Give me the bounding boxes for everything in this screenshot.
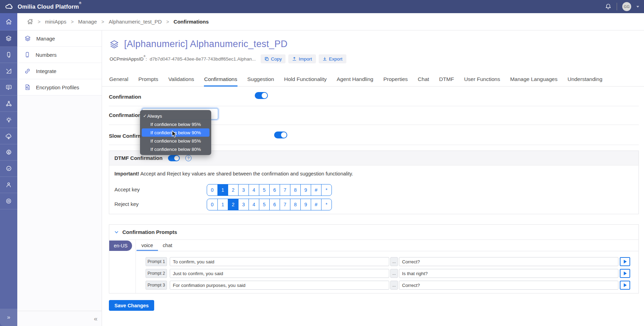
prompt-channel-tabs: voice chat xyxy=(137,241,177,251)
lifebuoy-icon xyxy=(6,198,12,204)
confirmation-toggle[interactable] xyxy=(255,92,268,99)
rail-certify[interactable] xyxy=(0,161,17,177)
sidebar-item-integrate[interactable]: Integrate xyxy=(17,63,102,79)
dtmf-confirmation-title: DTMF Confirmation xyxy=(114,155,162,161)
accept-key-0[interactable]: 0 xyxy=(207,184,217,196)
tab-prompts[interactable]: Prompts xyxy=(138,73,159,87)
tab-understanding[interactable]: Understanding xyxy=(567,73,603,87)
notifications-bell-icon[interactable] xyxy=(605,3,612,10)
play-button[interactable] xyxy=(620,281,630,290)
reject-key-0[interactable]: 0 xyxy=(207,199,217,210)
tab-manage-languages[interactable]: Manage Languages xyxy=(510,73,558,87)
sidebar-item-numbers[interactable]: Numbers xyxy=(17,47,102,63)
accept-key-6[interactable]: 6 xyxy=(269,184,280,196)
prompt-3-text-input[interactable] xyxy=(170,281,389,290)
reject-key-star[interactable]: * xyxy=(321,199,332,210)
tab-properties[interactable]: Properties xyxy=(383,73,408,87)
cloud-icon xyxy=(5,133,12,139)
accept-key-5[interactable]: 5 xyxy=(259,184,269,196)
export-button[interactable]: Export xyxy=(319,54,346,63)
slow-confirmation-toggle[interactable] xyxy=(274,132,287,138)
panel-collapse-button[interactable]: « xyxy=(94,315,97,323)
import-button[interactable]: Import xyxy=(288,54,316,63)
sidebar-item-encryption-profiles[interactable]: Encryption Profiles xyxy=(17,79,102,96)
save-changes-button[interactable]: Save Changes xyxy=(109,300,154,311)
reject-key-9[interactable]: 9 xyxy=(300,199,311,210)
reject-key-7[interactable]: 7 xyxy=(280,199,290,210)
sidebar-item-label: Encryption Profiles xyxy=(36,84,79,90)
breadcrumb-miniapps[interactable]: miniApps xyxy=(45,19,66,25)
prompt-1-more-button[interactable]: ... xyxy=(390,257,398,266)
reject-key-1[interactable]: 1 xyxy=(217,199,228,210)
sidebar-item-manage[interactable]: Manage xyxy=(17,30,102,47)
tab-suggestion[interactable]: Suggestion xyxy=(247,73,274,87)
accept-key-3[interactable]: 3 xyxy=(238,184,249,196)
play-button[interactable] xyxy=(620,257,630,266)
language-pill[interactable]: en-US xyxy=(109,241,132,251)
accept-key-2[interactable]: 2 xyxy=(228,184,238,196)
breadcrumb-separator: > xyxy=(71,19,74,25)
accept-key-4[interactable]: 4 xyxy=(249,184,259,196)
reject-key-5[interactable]: 5 xyxy=(259,199,269,210)
tab-dtmf[interactable]: DTMF xyxy=(439,73,454,87)
link-icon xyxy=(24,68,31,74)
rail-support[interactable] xyxy=(0,193,17,209)
tab-agent-handling[interactable]: Agent Handling xyxy=(336,73,374,87)
tab-chat[interactable]: Chat xyxy=(418,73,430,87)
reject-key-2[interactable]: 2 xyxy=(228,199,238,210)
tab-validations[interactable]: Validations xyxy=(168,73,195,87)
play-button[interactable] xyxy=(620,269,630,278)
tab-confirmations[interactable]: Confirmations xyxy=(204,73,238,87)
prompt-3-more-button[interactable]: ... xyxy=(390,281,398,290)
prompt-2-text-input[interactable] xyxy=(170,269,389,278)
prompt-2-suffix-input[interactable] xyxy=(399,269,618,278)
tab-user-functions[interactable]: User Functions xyxy=(464,73,500,87)
prompt-3-suffix-input[interactable] xyxy=(399,281,618,290)
accept-key-7[interactable]: 7 xyxy=(280,184,290,196)
rail-cloud[interactable] xyxy=(0,128,17,144)
rail-manage[interactable] xyxy=(0,30,17,47)
confirmation-prompts-header[interactable]: Confirmation Prompts xyxy=(109,225,638,240)
reject-key-3[interactable]: 3 xyxy=(238,199,249,210)
reject-key-8[interactable]: 8 xyxy=(290,199,300,210)
dtmf-confirmation-toggle[interactable] xyxy=(168,155,180,161)
rail-network[interactable] xyxy=(0,96,17,112)
dropdown-option-below-80[interactable]: If confidence below 80% xyxy=(140,145,211,153)
accept-key-1[interactable]: 1 xyxy=(217,184,228,196)
accept-key-9[interactable]: 9 xyxy=(300,184,311,196)
reject-key-4[interactable]: 4 xyxy=(249,199,259,210)
tab-hold-functionality[interactable]: Hold Functionality xyxy=(284,73,327,87)
reject-key-hash[interactable]: # xyxy=(311,199,321,210)
dropdown-option-below-95[interactable]: If confidence below 95% xyxy=(140,120,211,128)
dropdown-option-always[interactable]: ✓ Always xyxy=(140,112,211,120)
help-icon[interactable]: ? xyxy=(185,155,192,161)
rail-numbers[interactable] xyxy=(0,47,17,63)
home-icon[interactable] xyxy=(27,19,33,25)
breadcrumb-app[interactable]: Alphanumeric_test_PD xyxy=(109,19,161,25)
prompt-1-suffix-input[interactable] xyxy=(399,257,618,266)
reject-key-6[interactable]: 6 xyxy=(269,199,280,210)
title-row: [Alphanumeric] Alphanumeric_test_PD xyxy=(109,39,288,49)
rail-home[interactable] xyxy=(0,13,17,30)
rail-collapse-button[interactable]: » xyxy=(0,309,17,326)
accept-key-hash[interactable]: # xyxy=(311,184,321,196)
badge-check-icon xyxy=(6,165,12,172)
breadcrumb-manage[interactable]: Manage xyxy=(78,19,97,25)
prompt-2-more-button[interactable]: ... xyxy=(390,269,398,278)
tab-voice[interactable]: voice xyxy=(137,241,158,251)
accept-key-8[interactable]: 8 xyxy=(290,184,300,196)
rail-insights[interactable] xyxy=(0,112,17,128)
caret-down-icon[interactable] xyxy=(636,6,639,8)
divider xyxy=(136,251,638,251)
rail-profile[interactable] xyxy=(0,177,17,193)
tab-chat[interactable]: chat xyxy=(158,241,177,251)
rail-admin[interactable] xyxy=(0,144,17,161)
tab-general[interactable]: General xyxy=(109,73,129,87)
rail-voice[interactable] xyxy=(0,79,17,96)
accept-key-star[interactable]: * xyxy=(321,184,332,196)
copy-button[interactable]: Copy xyxy=(261,54,286,63)
prompt-1-text-input[interactable] xyxy=(170,257,389,266)
rail-tools[interactable] xyxy=(0,63,17,79)
avatar[interactable]: GG xyxy=(622,2,631,11)
prompt-3-chip: Prompt 3 xyxy=(146,281,167,290)
